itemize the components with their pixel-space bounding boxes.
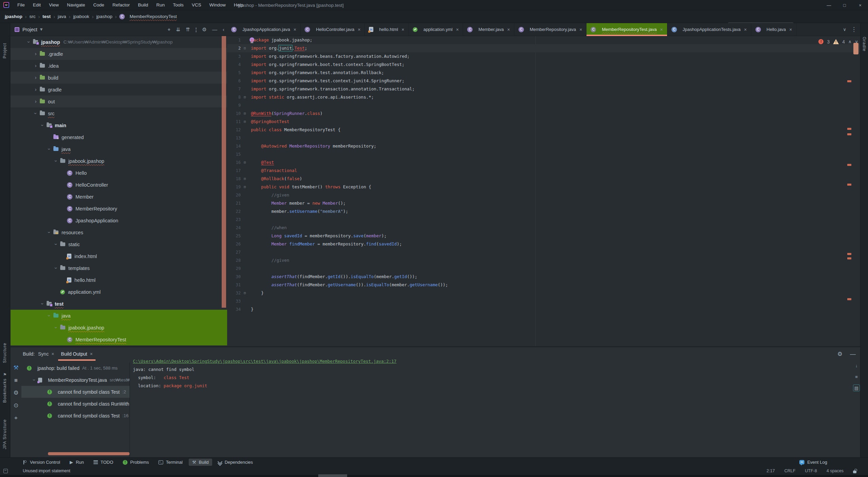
- toolwindow-button-terminal[interactable]: Terminal: [155, 459, 186, 466]
- stripe-label-jpa-structure[interactable]: JPA Structure: [2, 419, 7, 449]
- collapse-all-icon[interactable]: ⇈: [186, 27, 190, 33]
- fold-marker-icon[interactable]: ⊟: [243, 109, 247, 118]
- menu-item-refactor[interactable]: Refactor: [109, 1, 133, 8]
- file-link[interactable]: C:\Users\Admin\Desktop\SpringStudy\jpash…: [133, 359, 396, 364]
- fold-marker-icon[interactable]: ⊟: [243, 118, 247, 126]
- toolwindow-button-dependencies[interactable]: Dependencies: [215, 459, 256, 466]
- chevron-collapsed-icon[interactable]: ›: [32, 98, 40, 104]
- breadcrumb-item-jpabook[interactable]: jpabook: [73, 14, 89, 19]
- menu-item-tools[interactable]: Tools: [169, 1, 187, 8]
- build-tree-scrollbar[interactable]: [48, 452, 130, 455]
- breadcrumb-item-jpashop[interactable]: jpashop: [96, 14, 112, 19]
- chevron-collapsed-icon[interactable]: ›: [32, 86, 40, 92]
- build-message-row[interactable]: ›MemberRepositoryTest.javasrc₩test₩java₩…: [21, 374, 130, 386]
- scroll-to-end-icon[interactable]: ≡: [853, 373, 860, 380]
- chevron-expanded-icon[interactable]: ›: [33, 109, 39, 118]
- chevron-expanded-icon[interactable]: ›: [53, 240, 59, 249]
- build-message-row[interactable]: !jpashop: build failedAt . 1 sec, 588 ms: [21, 362, 130, 374]
- tab-close-icon[interactable]: ×: [789, 27, 792, 32]
- project-scrollbar[interactable]: [222, 36, 226, 308]
- tab-close-icon[interactable]: ×: [507, 27, 510, 32]
- menu-item-navigate[interactable]: Navigate: [64, 1, 88, 8]
- tab-close-icon[interactable]: ×: [358, 27, 360, 32]
- toolwindow-button-todo[interactable]: TODO: [90, 459, 117, 466]
- error-stripe-mark[interactable]: [847, 133, 851, 135]
- tabs-options-icon[interactable]: ⋮: [851, 27, 857, 32]
- editor-tab-hello-java[interactable]: CHello.java×: [751, 23, 797, 36]
- expand-all-icon[interactable]: ⇊: [176, 27, 180, 33]
- soft-wrap-icon[interactable]: ↓: [853, 362, 860, 369]
- chevron-collapsed-icon[interactable]: ›: [32, 74, 40, 80]
- prev-problem-icon[interactable]: ∧: [848, 39, 852, 44]
- console-view-icon[interactable]: ▤: [853, 385, 860, 391]
- error-stripe-mark[interactable]: [847, 128, 851, 130]
- chevron-expanded-icon[interactable]: ›: [53, 324, 59, 332]
- stripe-label-gradle[interactable]: Gradle: [862, 37, 867, 52]
- tree-item-memberrepositorytest[interactable]: CMemberRepositoryTest: [11, 334, 227, 345]
- tree-item-memberrepository[interactable]: CMemberRepository: [11, 203, 227, 215]
- menu-item-build[interactable]: Build: [135, 1, 152, 8]
- tab-close-icon[interactable]: ×: [51, 351, 54, 357]
- chevron-collapsed-icon[interactable]: ›: [32, 63, 40, 68]
- fold-marker-icon[interactable]: ⊟: [243, 183, 247, 191]
- stripe-label-structure[interactable]: Structure: [2, 343, 7, 363]
- build-message-row[interactable]: !cannot find symbol class Test:16: [21, 410, 130, 422]
- tree-item-generated[interactable]: ✳generated: [11, 131, 227, 143]
- tab-close-icon[interactable]: ×: [402, 27, 404, 32]
- fold-marker-icon[interactable]: ⊟: [243, 175, 247, 183]
- menu-item-run[interactable]: Run: [153, 1, 168, 8]
- locate-file-icon[interactable]: ⌖: [168, 27, 170, 33]
- stop-build-icon[interactable]: ■: [14, 377, 18, 383]
- tree-item-application-yml[interactable]: application.yml: [11, 286, 227, 298]
- chevron-down-icon[interactable]: ▾: [37, 26, 46, 32]
- menu-item-window[interactable]: Window: [206, 1, 229, 8]
- breadcrumb-item-test[interactable]: test: [42, 14, 51, 19]
- tree-item-index-html[interactable]: Hindex.html: [11, 250, 227, 262]
- tree-item-templates[interactable]: ›templates: [11, 262, 227, 274]
- tree-item-jpabook-jpashop[interactable]: ›jpabook.jpashop: [11, 155, 227, 167]
- breadcrumb-item-java[interactable]: java: [58, 14, 66, 19]
- minimize-button[interactable]: —: [821, 0, 837, 10]
- chevron-expanded-icon[interactable]: ›: [40, 121, 46, 130]
- close-button[interactable]: ×: [852, 0, 868, 10]
- toolwindow-button-problems[interactable]: !Problems: [119, 459, 152, 466]
- tree-item-main[interactable]: ›main: [11, 119, 227, 131]
- collapse-panel-icon[interactable]: ‹: [223, 27, 224, 32]
- panel-settings-icon[interactable]: ⚙: [202, 27, 207, 33]
- tree-item-src[interactable]: ›src: [11, 107, 227, 119]
- fold-marker-icon[interactable]: ⊟: [243, 289, 247, 297]
- error-stripe-mark[interactable]: [847, 184, 851, 186]
- menu-item-edit[interactable]: Edit: [30, 1, 44, 8]
- menu-item-view[interactable]: View: [46, 1, 62, 8]
- tree-item-build[interactable]: ›build: [11, 72, 227, 84]
- fold-marker-icon[interactable]: ⊟: [243, 44, 247, 52]
- tab-close-icon[interactable]: ×: [579, 27, 582, 32]
- readonly-lock-icon[interactable]: [853, 471, 856, 473]
- tree-item--idea[interactable]: ›.idea: [11, 60, 227, 72]
- tree-item-static[interactable]: ›static: [11, 238, 227, 250]
- breadcrumb-item-memberrepositorytest[interactable]: CMemberRepositoryTest: [119, 14, 177, 19]
- tree-item-out[interactable]: ›out: [11, 96, 227, 107]
- build-splitter[interactable]: [130, 362, 130, 457]
- build-message-row[interactable]: !cannot find symbol class RunWith: [21, 398, 130, 410]
- rebuild-icon[interactable]: ⚒: [13, 365, 18, 371]
- editor-tab-hellocontroller-java[interactable]: CHelloController.java×: [301, 23, 365, 36]
- caret-position[interactable]: 2:17: [767, 469, 775, 473]
- chevron-expanded-icon[interactable]: ›: [32, 379, 37, 381]
- tab-close-icon[interactable]: ×: [744, 27, 747, 32]
- tree-item-resources[interactable]: ›resources: [11, 226, 227, 238]
- editor-tab-hello-html[interactable]: Hhello.html×: [365, 23, 409, 36]
- toolwindow-button-build[interactable]: ⚒Build: [189, 459, 212, 466]
- editor-tab-memberrepository-java[interactable]: CMemberRepository.java×: [514, 23, 587, 36]
- tree-item-gradle[interactable]: ›gradle: [11, 84, 227, 96]
- hide-build-panel-icon[interactable]: —: [850, 351, 856, 357]
- hide-panel-icon[interactable]: —: [212, 27, 217, 32]
- chevron-expanded-icon[interactable]: ›: [47, 145, 52, 153]
- build-message-row[interactable]: !cannot find symbol class Test:2: [21, 386, 130, 398]
- editor-tab-jpashopapplicationtests-java[interactable]: CJpashopApplicationTests.java×: [667, 23, 751, 36]
- tree-item-jpabook-jpashop[interactable]: ›jpabook.jpashop: [11, 322, 227, 334]
- error-stripe-block[interactable]: [853, 43, 858, 54]
- tab-close-icon[interactable]: ×: [456, 27, 459, 32]
- editor-tab-memberrepositorytest-java[interactable]: CMemberRepositoryTest.java×: [586, 23, 667, 36]
- breadcrumb-item-src[interactable]: src: [29, 14, 35, 19]
